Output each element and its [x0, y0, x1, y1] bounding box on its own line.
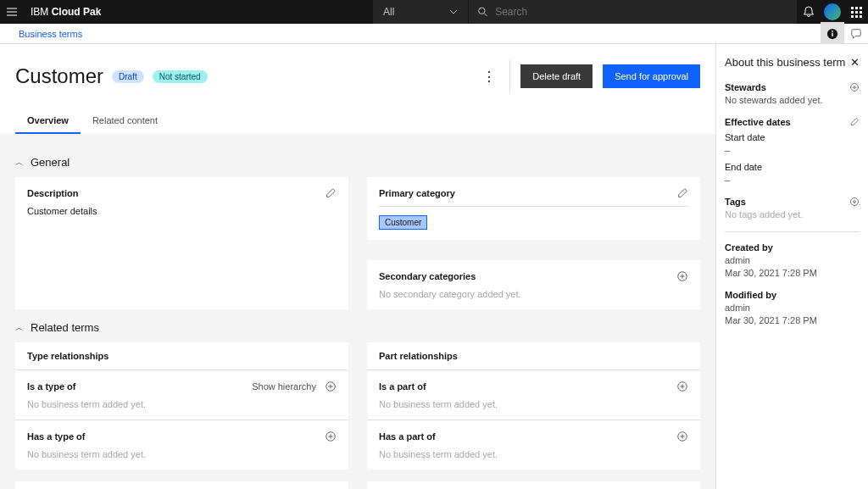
svg-point-0	[479, 8, 485, 14]
start-date-label: Start date	[725, 132, 860, 142]
section-toggle-related-terms[interactable]: ︿ Related terms	[15, 321, 700, 334]
brand-name: Cloud Pak	[52, 6, 102, 18]
description-card: Description Customer details	[15, 177, 348, 309]
about-panel: About this business term ✕ Stewards No s…	[715, 44, 868, 489]
delete-draft-button[interactable]: Delete draft	[520, 64, 593, 88]
primary-category-card: Primary category Customer	[367, 177, 700, 240]
is-a-part-of-item: Is a part of No business term added yet.	[367, 370, 700, 420]
modified-by-date: Mar 30, 2021 7:28 PM	[725, 315, 860, 325]
search-icon	[477, 6, 488, 18]
chevron-down-icon	[449, 9, 458, 14]
part-relationships-group: Part relationships Is a part of No	[367, 342, 700, 470]
filter-label: All	[383, 6, 394, 18]
modified-by-user: admin	[725, 303, 860, 313]
chevron-up-icon: ︿	[15, 322, 24, 334]
other-related-card: Other related business terms No business…	[367, 481, 700, 489]
stewards-value: No stewards added yet.	[725, 95, 860, 105]
global-search[interactable]	[469, 0, 797, 24]
modified-by-label: Modified by	[725, 290, 860, 300]
has-a-type-of-label: Has a type of	[27, 431, 85, 442]
add-has-type-of-icon[interactable]	[325, 431, 337, 442]
svg-point-3	[832, 31, 833, 32]
has-a-part-of-label: Has a part of	[379, 431, 436, 442]
overflow-menu[interactable]: ⋮	[479, 66, 499, 86]
divider	[509, 59, 510, 93]
add-steward-icon[interactable]	[849, 82, 860, 92]
part-relationships-label: Part relationships	[367, 342, 700, 370]
description-value: Customer details	[27, 206, 337, 216]
is-a-type-of-label: Is a type of	[27, 381, 75, 392]
add-is-type-of-icon[interactable]	[325, 381, 337, 392]
about-panel-title: About this business term	[725, 56, 845, 70]
start-date-value: –	[725, 145, 860, 155]
created-by-date: Mar 30, 2021 7:28 PM	[725, 268, 860, 278]
close-panel-icon[interactable]: ✕	[850, 56, 860, 69]
edit-effective-dates-icon[interactable]	[849, 117, 860, 127]
section-title-general: General	[31, 156, 70, 169]
add-has-part-of-icon[interactable]	[676, 431, 688, 442]
primary-category-chip[interactable]: Customer	[379, 215, 427, 230]
created-by-user: admin	[725, 255, 860, 265]
secondary-categories-placeholder: No secondary category added yet.	[379, 289, 688, 299]
comments-toggle[interactable]	[844, 22, 868, 46]
end-date-value: –	[725, 175, 860, 185]
show-hierarchy-link[interactable]: Show hierarchy	[252, 381, 316, 392]
type-relationships-group: Type relationships Is a type of Show hie…	[15, 342, 348, 470]
brand: IBM Cloud Pak	[24, 6, 108, 18]
avatar[interactable]	[821, 0, 844, 24]
stewards-label: Stewards	[725, 82, 766, 92]
has-part-of-placeholder: No business term added yet.	[379, 449, 688, 459]
tabs: Overview Related content	[15, 108, 700, 134]
add-secondary-category-icon[interactable]	[676, 270, 688, 282]
has-a-part-of-item: Has a part of No business term added yet…	[367, 420, 700, 470]
has-a-type-of-item: Has a type of No business term added yet…	[15, 420, 348, 470]
is-type-of-placeholder: No business term added yet.	[27, 399, 337, 409]
has-type-of-placeholder: No business term added yet.	[27, 449, 337, 459]
tags-label: Tags	[725, 197, 746, 207]
status-pill-notstarted: Not started	[153, 70, 208, 83]
is-part-of-placeholder: No business term added yet.	[379, 399, 688, 409]
synonyms-card: Synonyms No synonym added yet.	[15, 481, 348, 489]
global-header: IBM Cloud Pak All	[0, 0, 868, 24]
menu-toggle[interactable]	[0, 0, 24, 24]
add-tag-icon[interactable]	[849, 197, 860, 207]
primary-category-label: Primary category	[379, 188, 455, 198]
secondary-categories-label: Secondary categories	[379, 271, 476, 281]
status-pill-draft: Draft	[112, 70, 144, 83]
description-label: Description	[27, 188, 79, 198]
breadcrumb-bar: Business terms	[0, 24, 868, 44]
edit-description-icon[interactable]	[325, 187, 337, 199]
is-a-type-of-item: Is a type of Show hierarchy No business …	[15, 370, 348, 420]
tab-related-content[interactable]: Related content	[81, 108, 170, 134]
add-is-part-of-icon[interactable]	[676, 381, 688, 392]
secondary-categories-card: Secondary categories No secondary catego…	[367, 260, 700, 309]
tab-overview[interactable]: Overview	[15, 108, 81, 134]
chevron-up-icon: ︿	[15, 157, 24, 169]
app-switcher-icon[interactable]	[844, 0, 868, 24]
tags-value: No tags added yet.	[725, 209, 860, 219]
breadcrumb-link[interactable]: Business terms	[19, 29, 82, 39]
effective-dates-label: Effective dates	[725, 117, 791, 127]
is-a-part-of-label: Is a part of	[379, 381, 426, 392]
main-content: Customer Draft Not started ⋮ Delete draf…	[0, 44, 715, 489]
info-panel-toggle[interactable]	[821, 22, 844, 46]
end-date-label: End date	[725, 162, 860, 172]
page-title: Customer	[15, 64, 103, 88]
divider	[725, 231, 860, 232]
created-by-label: Created by	[725, 242, 860, 253]
edit-primary-category-icon[interactable]	[676, 187, 688, 199]
section-toggle-general[interactable]: ︿ General	[15, 156, 700, 169]
page-header: Customer Draft Not started ⋮ Delete draf…	[0, 44, 715, 134]
notifications-icon[interactable]	[797, 0, 821, 24]
svg-rect-2	[832, 32, 832, 36]
brand-prefix: IBM	[31, 6, 48, 18]
section-title-related-terms: Related terms	[31, 321, 99, 334]
search-input[interactable]	[495, 6, 788, 18]
global-filter-select[interactable]: All	[373, 0, 468, 24]
type-relationships-label: Type relationships	[15, 342, 348, 370]
send-for-approval-button[interactable]: Send for approval	[603, 64, 700, 88]
